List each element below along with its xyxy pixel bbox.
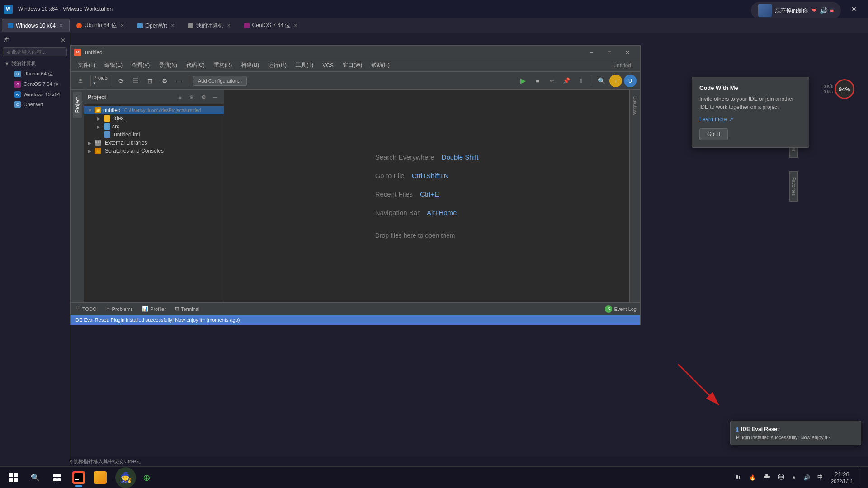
- user-avatar[interactable]: U: [624, 75, 637, 87]
- tree-item-scratches[interactable]: ▶ Scratches and Consoles: [84, 147, 224, 155]
- toolbar-btn-3[interactable]: ⊟: [144, 75, 156, 87]
- ide-maximize-btn[interactable]: □: [600, 46, 618, 59]
- project-dropdown[interactable]: Project ▾: [94, 75, 107, 87]
- tray-icon-3[interactable]: 中: [775, 471, 788, 483]
- tree-item-src[interactable]: ▶ src: [84, 122, 224, 131]
- toolbar-btn-settings[interactable]: ⚙: [158, 75, 171, 87]
- todo-tab[interactable]: ☰ TODO: [74, 305, 99, 313]
- taskbar-search-btn[interactable]: 🔍: [25, 468, 45, 488]
- menu-run[interactable]: 运行(R): [264, 60, 290, 70]
- vm-tab-mycomputer[interactable]: 我的计算机 ✕: [182, 19, 237, 32]
- svg-rect-6: [53, 474, 57, 477]
- profile-btn[interactable]: [74, 75, 87, 87]
- taskbar-explorer-btn[interactable]: [90, 468, 110, 488]
- menu-window[interactable]: 窗口(W): [339, 60, 366, 70]
- terminal-icon: ⊞: [175, 306, 179, 312]
- menu-build[interactable]: 构建(B): [237, 60, 263, 70]
- network-speed-widget: 0 K/s 0 K/s 94%: [823, 79, 854, 99]
- character-avatar[interactable]: 🧙: [115, 467, 136, 488]
- event-log[interactable]: 3 Event Log: [605, 305, 637, 313]
- favorites-tab[interactable]: Favorites: [789, 171, 798, 202]
- tray-icon-2[interactable]: [760, 471, 773, 483]
- vm-tab-close[interactable]: ✕: [226, 23, 231, 28]
- popup-learn-more-link[interactable]: Learn more ↗: [699, 116, 733, 122]
- vm-list-item-ubuntu[interactable]: U Ubuntu 64 位: [0, 69, 70, 79]
- add-configuration-button[interactable]: Add Configuration...: [193, 76, 247, 86]
- update-button[interactable]: ↑: [609, 75, 622, 87]
- show-desktop-btn[interactable]: [859, 469, 864, 487]
- vm-tab-centos[interactable]: CentOS 7 64 位 ✕: [238, 19, 305, 32]
- heart-icon[interactable]: ❤: [811, 7, 817, 14]
- start-button[interactable]: [4, 468, 24, 488]
- vm-tab-win10[interactable]: Windows 10 x64 ✕: [2, 19, 70, 32]
- vm-tab-ubuntu[interactable]: Ubuntu 64 位 ✕: [71, 19, 131, 32]
- vm-tab-close[interactable]: ✕: [170, 23, 175, 28]
- music-thumbnail: [758, 4, 772, 17]
- tree-item-extlibs[interactable]: ▶ External Libraries: [84, 139, 224, 147]
- menu-refactor[interactable]: 重构(R): [210, 60, 236, 70]
- run-button[interactable]: ▶: [517, 75, 529, 87]
- menu-view[interactable]: 查看(V): [128, 60, 153, 70]
- vm-tab-openwrt[interactable]: OpenWrt ✕: [132, 19, 181, 32]
- volume-icon[interactable]: 🔊: [820, 7, 827, 14]
- search-everywhere-button[interactable]: 🔍: [595, 75, 608, 87]
- menu-code[interactable]: 代码(C): [183, 60, 208, 70]
- tree-item-iml[interactable]: untitled.iml: [84, 131, 224, 139]
- tray-expand-btn[interactable]: ∧: [789, 473, 799, 483]
- tree-item-idea[interactable]: ▶ .idea: [84, 114, 224, 122]
- tray-lang-indicator[interactable]: 中: [815, 472, 826, 483]
- vm-tab-close[interactable]: ✕: [119, 23, 125, 28]
- vm-list-item-win10[interactable]: W Windows 10 x64: [0, 89, 70, 99]
- vm-list-item-openwrt[interactable]: O OpenWrt: [0, 99, 70, 109]
- menu-help[interactable]: 帮助(H): [368, 60, 393, 70]
- taskbar-add-btn[interactable]: ⊕: [143, 472, 151, 483]
- notif-body: Plugin installed successfully! Now enjoy…: [736, 435, 855, 440]
- vm-sidebar: 库 ✕ ▼ 我的计算机 U Ubuntu 64 位 C CentOS 7 64 …: [0, 33, 70, 465]
- taskbar-clock[interactable]: 21:28 2022/1/11: [827, 470, 857, 485]
- menu-icon[interactable]: ≡: [830, 7, 834, 14]
- vm-tab-close[interactable]: ✕: [293, 23, 298, 28]
- toolbar-btn-2[interactable]: ☰: [129, 75, 142, 87]
- ide-minimize-btn[interactable]: ─: [582, 46, 600, 59]
- tree-path: C:\Users\yuluoqc\IdeaProjects\untitled: [124, 108, 201, 113]
- menu-navigate[interactable]: 导航(N): [155, 60, 181, 70]
- rerun-button[interactable]: ↩: [546, 75, 558, 87]
- locate-file-btn[interactable]: ⊕: [187, 92, 197, 102]
- ide-close-btn[interactable]: ✕: [618, 46, 637, 59]
- toolbar-btn-1[interactable]: ⟳: [115, 75, 127, 87]
- minimize-panel-btn[interactable]: ─: [210, 92, 220, 102]
- vm-sidebar-search[interactable]: [3, 47, 67, 56]
- pin-button[interactable]: 📌: [560, 75, 573, 87]
- project-tab[interactable]: Project: [73, 92, 82, 118]
- taskbar-taskview-btn[interactable]: [47, 468, 67, 488]
- vm-tab-close[interactable]: ✕: [58, 23, 64, 28]
- tray-volume-icon[interactable]: 🔊: [801, 473, 813, 483]
- pause-button[interactable]: ⏸: [575, 75, 587, 87]
- vm-list-item-centos[interactable]: C CentOS 7 64 位: [0, 79, 70, 89]
- got-it-button[interactable]: Got It: [699, 128, 728, 140]
- settings-btn[interactable]: ⚙: [198, 92, 208, 102]
- problems-tab[interactable]: ⚠ Problems: [104, 305, 135, 313]
- menu-edit[interactable]: 编辑(E): [101, 60, 126, 70]
- stop-button[interactable]: ■: [531, 75, 544, 87]
- tree-item-untitled[interactable]: ▼ 📁 untitled C:\Users\yuluoqc\IdeaProjec…: [84, 106, 224, 114]
- close-button[interactable]: ✕: [844, 2, 864, 16]
- menu-vcs[interactable]: VCS: [319, 61, 337, 70]
- vm-tabs: Windows 10 x64 ✕ Ubuntu 64 位 ✕ OpenWrt ✕…: [0, 18, 868, 33]
- svg-rect-14: [764, 476, 770, 478]
- taskbar-jetbrains-btn[interactable]: [69, 468, 89, 488]
- vm-tab-icon: [8, 23, 13, 28]
- toolbar-btn-minus[interactable]: ─: [173, 75, 185, 87]
- profiler-tab[interactable]: 📊 Profiler: [140, 305, 168, 313]
- tray-network-icon[interactable]: [732, 471, 745, 483]
- menu-file[interactable]: 文件(F): [74, 60, 99, 70]
- vm-tab-icon: [137, 23, 143, 28]
- vm-sidebar-close[interactable]: ✕: [61, 37, 66, 44]
- vm-item-label: OpenWrt: [24, 102, 43, 107]
- music-controls[interactable]: ❤ 🔊 ≡: [811, 7, 834, 14]
- terminal-tab[interactable]: ⊞ Terminal: [173, 305, 202, 313]
- collapse-all-btn[interactable]: ≡: [175, 92, 185, 102]
- tray-icon-1[interactable]: 🔥: [746, 473, 759, 483]
- menu-tools[interactable]: 工具(T): [292, 60, 317, 70]
- database-tab[interactable]: Database: [632, 92, 638, 120]
